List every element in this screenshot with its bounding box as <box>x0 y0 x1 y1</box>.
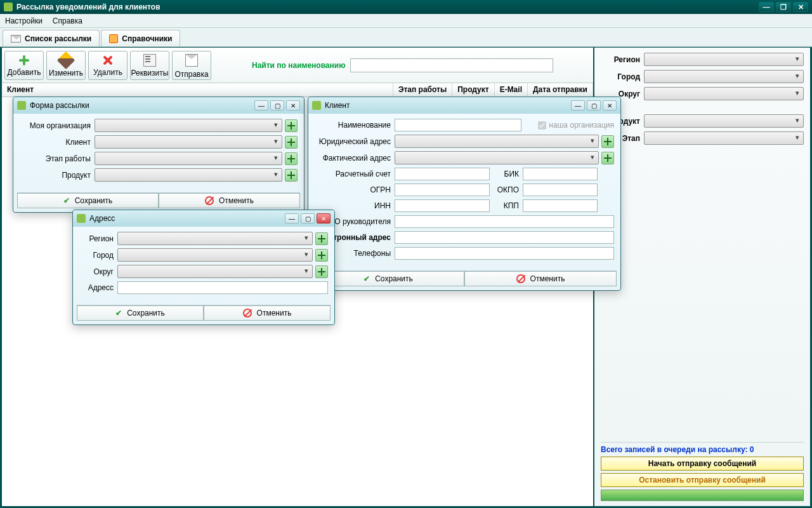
toolbar: Добавить Изменить Удалить Реквизиты Отпр… <box>2 48 593 83</box>
dialog-title: Форма рассылки <box>30 101 254 110</box>
send-button[interactable]: Отправка <box>172 51 211 80</box>
stop-send-button[interactable]: Остановить отправку сообщений <box>601 473 804 487</box>
client-dialog: Клиент — ▢ ✕ Наименованиенаша организаци… <box>308 97 621 291</box>
col-stage[interactable]: Этап работы <box>393 83 452 97</box>
plus-icon <box>18 54 30 67</box>
queue-count: 0 <box>750 445 754 454</box>
requisites-button[interactable]: Реквизиты <box>130 51 169 80</box>
book-icon <box>109 34 118 43</box>
save-button[interactable]: ✔Сохранить <box>312 271 464 286</box>
dialog-icon <box>17 101 26 110</box>
legal-addr-combo[interactable] <box>395 135 599 148</box>
cancel-icon <box>205 196 214 205</box>
add-button[interactable]: Добавить <box>4 51 44 80</box>
our-org-check: наша организация <box>538 121 614 130</box>
cancel-button[interactable]: Отменить <box>204 305 331 321</box>
search-input[interactable] <box>350 58 553 72</box>
mailing-form-dialog: Форма рассылки — ▢ ✕ Моя организация Кли… <box>13 97 304 213</box>
account-input[interactable] <box>395 168 490 180</box>
email-input[interactable] <box>395 231 614 244</box>
edit-button[interactable]: Изменить <box>46 51 86 80</box>
delete-button[interactable]: Удалить <box>88 51 128 80</box>
inn-input[interactable] <box>395 199 490 212</box>
addr-region-combo[interactable] <box>117 232 313 245</box>
address-dialog: Адресс — ▢ ✕ Регион Город Округ Адресс ✔… <box>72 210 335 325</box>
client-combo[interactable] <box>95 135 282 149</box>
tab-references[interactable]: Справочники <box>101 30 180 46</box>
search-label: Найти по наименованию <box>252 61 345 70</box>
dialog-icon <box>312 101 321 110</box>
addr-district-add[interactable] <box>315 265 328 278</box>
dialog-maximize[interactable]: ▢ <box>301 213 315 224</box>
stage-combo[interactable] <box>95 152 282 165</box>
document-icon <box>143 54 156 67</box>
cancel-icon <box>516 274 525 283</box>
addr-city-combo[interactable] <box>117 248 313 262</box>
dialog-titlebar[interactable]: Адресс — ▢ ✕ <box>73 210 334 227</box>
col-product[interactable]: Продукт <box>452 83 494 97</box>
ogrn-input[interactable] <box>395 184 490 196</box>
filter-region-label: Регион <box>601 55 640 64</box>
dialog-minimize[interactable]: — <box>285 213 299 224</box>
dialog-titlebar[interactable]: Форма рассылки — ▢ ✕ <box>13 97 304 114</box>
dialog-title: Клиент <box>325 101 571 110</box>
cancel-button[interactable]: Отменить <box>464 271 617 286</box>
tabstrip: Список рассылки Справочники <box>0 28 812 47</box>
start-send-button[interactable]: Начать отправку сообщений <box>601 457 804 471</box>
client-add[interactable] <box>285 136 298 149</box>
name-input[interactable] <box>395 119 521 131</box>
product-add[interactable] <box>285 169 298 182</box>
dialog-close[interactable]: ✕ <box>286 100 300 110</box>
queue-info: Всего записей в очереди на рассылку: 0 <box>601 442 804 454</box>
menu-settings[interactable]: Настройки <box>5 17 43 25</box>
close-button[interactable]: ✕ <box>793 2 808 12</box>
okpo-input[interactable] <box>523 184 598 196</box>
col-sent[interactable]: Дата отправки <box>528 83 593 97</box>
actual-addr-combo[interactable] <box>395 151 599 164</box>
menubar: Настройки Справка <box>0 14 812 28</box>
legal-addr-add[interactable] <box>601 135 614 148</box>
filter-product[interactable] <box>644 114 804 128</box>
dialog-minimize[interactable]: — <box>254 100 268 110</box>
titlebar: Рассылка уведомлений для клиентов — ❐ ✕ <box>0 0 812 14</box>
x-icon <box>102 54 114 67</box>
filter-region[interactable] <box>644 53 804 66</box>
org-add[interactable] <box>285 119 298 132</box>
tab-mailing-list[interactable]: Список рассылки <box>3 30 100 46</box>
col-client[interactable]: Клиент <box>2 83 393 97</box>
dialog-maximize[interactable]: ▢ <box>587 100 601 110</box>
phones-input[interactable] <box>395 247 614 260</box>
filter-city[interactable] <box>644 70 804 83</box>
grid-header: Клиент Этап работы Продукт E-Mail Дата о… <box>2 83 593 97</box>
col-email[interactable]: E-Mail <box>495 83 528 97</box>
fio-input[interactable] <box>395 215 614 228</box>
minimize-button[interactable]: — <box>759 2 774 12</box>
menu-help[interactable]: Справка <box>53 17 82 25</box>
product-combo[interactable] <box>95 168 282 182</box>
bik-input[interactable] <box>523 168 598 180</box>
app-title: Рассылка уведомлений для клиентов <box>16 3 757 11</box>
dialog-close[interactable]: ✕ <box>317 213 331 224</box>
progress-bar <box>601 490 804 501</box>
dialog-maximize[interactable]: ▢ <box>270 100 284 110</box>
addr-city-add[interactable] <box>315 249 328 262</box>
addr-district-combo[interactable] <box>117 265 313 278</box>
addr-region-add[interactable] <box>315 232 328 245</box>
save-button[interactable]: ✔Сохранить <box>17 193 159 208</box>
stage-add[interactable] <box>285 152 298 165</box>
maximize-button[interactable]: ❐ <box>776 2 791 12</box>
cancel-button[interactable]: Отменить <box>159 193 300 208</box>
actual-addr-add[interactable] <box>601 152 614 164</box>
org-combo[interactable] <box>95 119 282 132</box>
dialog-close[interactable]: ✕ <box>603 100 617 110</box>
side-panel: Регион Город Округ Продукт Этап Всего за… <box>594 48 810 506</box>
addr-input[interactable] <box>117 281 328 294</box>
dialog-minimize[interactable]: — <box>571 100 585 110</box>
dialog-title: Адресс <box>89 214 285 223</box>
save-button[interactable]: ✔Сохранить <box>77 305 204 321</box>
check-icon: ✔ <box>63 196 70 205</box>
filter-stage[interactable] <box>644 131 804 145</box>
kpp-input[interactable] <box>523 199 598 212</box>
dialog-titlebar[interactable]: Клиент — ▢ ✕ <box>308 97 620 114</box>
filter-district[interactable] <box>644 87 804 100</box>
